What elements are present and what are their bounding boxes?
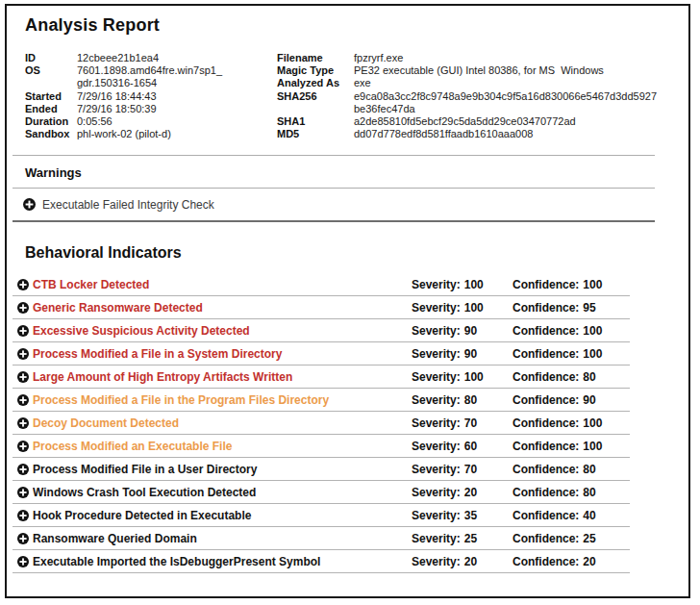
- expand-plus-icon[interactable]: [17, 348, 29, 360]
- indicator-title: Windows Crash Tool Execution Detected: [33, 486, 412, 499]
- indicator-title: Hook Procedure Detected in Executable: [33, 509, 412, 522]
- expand-plus-icon[interactable]: [17, 394, 29, 406]
- metadata-row: Filename fpzryrf.exe: [277, 52, 688, 64]
- indicator-row[interactable]: Ransomware Queried Domain Severity:25 Co…: [12, 527, 630, 550]
- indicator-row[interactable]: Process Modified File in a User Director…: [12, 458, 630, 481]
- metadata-label: Magic Type: [277, 64, 354, 77]
- indicator-confidence: Confidence:100: [512, 416, 630, 430]
- expand-plus-icon[interactable]: [17, 556, 29, 567]
- confidence-label: Confidence:: [512, 301, 579, 315]
- indicator-row[interactable]: Generic Ransomware Detected Severity:100…: [12, 296, 630, 319]
- expand-plus-icon[interactable]: [17, 464, 29, 475]
- confidence-label: Confidence:: [512, 486, 579, 499]
- indicator-severity: Severity:90: [412, 324, 512, 338]
- confidence-value: 40: [583, 509, 595, 522]
- indicator-severity: Severity:70: [412, 463, 512, 476]
- indicator-severity: Severity:35: [412, 509, 512, 522]
- expand-plus-icon[interactable]: [17, 533, 29, 544]
- severity-value: 35: [464, 509, 477, 522]
- confidence-label: Confidence:: [512, 324, 579, 338]
- metadata-column-left: ID 12cbeee21b1ea4 OS 7601.1898.amd64fre.…: [25, 52, 277, 140]
- section-divider: [12, 155, 655, 156]
- metadata-label: OS: [25, 64, 77, 89]
- metadata-label: SHA1: [277, 115, 354, 128]
- severity-label: Severity:: [412, 509, 461, 522]
- metadata-row: Magic Type PE32 executable (GUI) Intel 8…: [277, 64, 688, 77]
- metadata-label: Analyzed As: [277, 77, 354, 89]
- indicator-confidence: Confidence:90: [512, 393, 630, 407]
- indicator-severity: Severity:25: [412, 532, 512, 545]
- metadata-label: SHA256: [277, 90, 354, 115]
- severity-label: Severity:: [412, 555, 461, 568]
- indicator-severity: Severity:20: [412, 486, 512, 499]
- expand-plus-icon[interactable]: [17, 417, 29, 429]
- expand-plus-icon[interactable]: [17, 371, 29, 383]
- indicator-row[interactable]: Excessive Suspicious Activity Detected S…: [12, 319, 630, 342]
- metadata-value: fpzryrf.exe: [354, 52, 688, 64]
- expand-plus-icon[interactable]: [17, 302, 29, 314]
- indicator-row[interactable]: Process Modified a File in the Program F…: [12, 389, 630, 412]
- report-frame: Analysis Report ID 12cbeee21b1ea4 OS 760…: [5, 4, 690, 598]
- indicator-confidence: Confidence:25: [512, 532, 630, 545]
- confidence-value: 95: [583, 301, 595, 315]
- indicator-confidence: Confidence:20: [512, 555, 630, 568]
- metadata-value: dd07d778edf8d581ffaadb1610aaa008: [354, 128, 688, 140]
- indicator-severity: Severity:80: [412, 393, 512, 407]
- indicator-severity: Severity:100: [412, 370, 512, 384]
- indicator-confidence: Confidence:80: [512, 486, 630, 499]
- expand-plus-icon[interactable]: [23, 198, 36, 211]
- metadata-row: SHA256 e9ca08a3cc2f8c9748a9e9b304c9f5a16…: [277, 90, 688, 115]
- indicator-row[interactable]: Executable Imported the IsDebuggerPresen…: [12, 550, 630, 573]
- severity-label: Severity:: [412, 486, 461, 499]
- warnings-list: Executable Failed Integrity Check: [7, 189, 688, 220]
- indicator-row[interactable]: Process Modified an Executable File Seve…: [12, 435, 630, 458]
- metadata-value: 7/29/16 18:44:43: [77, 90, 277, 103]
- severity-value: 60: [464, 440, 477, 453]
- indicator-row[interactable]: Decoy Document Detected Severity:70 Conf…: [12, 412, 630, 435]
- expand-plus-icon[interactable]: [17, 279, 29, 290]
- expand-plus-icon[interactable]: [17, 510, 29, 521]
- severity-label: Severity:: [412, 278, 461, 291]
- confidence-label: Confidence:: [512, 509, 579, 522]
- confidence-value: 80: [583, 463, 595, 476]
- confidence-value: 90: [583, 393, 595, 407]
- expand-plus-icon[interactable]: [17, 441, 29, 452]
- warnings-divider-bottom: [12, 220, 655, 222]
- confidence-label: Confidence:: [512, 370, 579, 384]
- metadata-row: MD5 dd07d778edf8d581ffaadb1610aaa008: [277, 128, 688, 140]
- severity-value: 20: [464, 486, 477, 499]
- confidence-label: Confidence:: [512, 393, 579, 407]
- metadata-value: e9ca08a3cc2f8c9748a9e9b304c9f5a16d830066…: [354, 90, 688, 103]
- metadata-value: 12cbeee21b1ea4: [77, 52, 277, 64]
- metadata-row: Duration 0:05:56: [25, 115, 277, 128]
- warnings-heading: Warnings: [25, 165, 688, 180]
- metadata-row: Started 7/29/16 18:44:43: [25, 90, 277, 103]
- metadata-row: OS 7601.1898.amd64fre.win7sp1_ gdr.15031…: [25, 64, 277, 89]
- indicator-row[interactable]: Large Amount of High Entropy Artifacts W…: [12, 366, 630, 389]
- expand-plus-icon[interactable]: [17, 325, 29, 337]
- indicators-list: CTB Locker Detected Severity:100 Confide…: [7, 273, 688, 573]
- expand-plus-icon[interactable]: [17, 487, 29, 498]
- indicator-severity: Severity:100: [412, 278, 512, 291]
- severity-label: Severity:: [412, 301, 461, 315]
- warning-row[interactable]: Executable Failed Integrity Check: [12, 189, 655, 220]
- severity-value: 90: [464, 347, 477, 361]
- indicator-row[interactable]: Windows Crash Tool Execution Detected Se…: [12, 481, 630, 504]
- indicator-title: Ransomware Queried Domain: [33, 532, 412, 545]
- indicator-severity: Severity:70: [412, 416, 512, 430]
- severity-label: Severity:: [412, 440, 461, 453]
- metadata-row: ID 12cbeee21b1ea4: [25, 52, 277, 64]
- metadata-value: phl-work-02 (pilot-d): [77, 128, 277, 140]
- severity-value: 25: [464, 532, 477, 545]
- indicator-title: CTB Locker Detected: [33, 278, 412, 291]
- indicator-title: Process Modified a File in the Program F…: [33, 393, 412, 407]
- severity-value: 100: [464, 370, 484, 384]
- page-title: Analysis Report: [25, 15, 688, 36]
- indicator-severity: Severity:20: [412, 555, 512, 568]
- severity-label: Severity:: [412, 532, 461, 545]
- confidence-label: Confidence:: [512, 440, 579, 453]
- indicator-severity: Severity:60: [412, 440, 512, 453]
- indicator-row[interactable]: Hook Procedure Detected in Executable Se…: [12, 504, 630, 527]
- indicator-row[interactable]: Process Modified a File in a System Dire…: [12, 342, 630, 366]
- indicator-row[interactable]: CTB Locker Detected Severity:100 Confide…: [12, 273, 630, 296]
